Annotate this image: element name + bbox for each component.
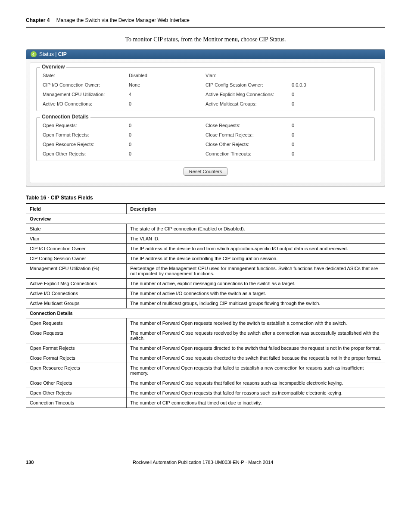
description-cell: The number of Forward Open requests that…: [127, 388, 385, 398]
close-other-value: 0: [292, 142, 294, 147]
open-other-label: Open Other Rejects:: [43, 151, 129, 156]
open-fmt-value: 0: [129, 132, 131, 137]
table-title: Table 16 - CIP Status Fields: [26, 195, 385, 201]
panel-body: Overview State:Disabled Vlan: CIP I/O Co…: [30, 62, 381, 183]
chapter-title: Manage the Switch via the Device Manager…: [56, 17, 190, 23]
breadcrumb-status[interactable]: Status: [39, 51, 54, 57]
open-req-label: Open Requests:: [43, 123, 129, 128]
active-explicit-value: 0: [292, 92, 294, 97]
table-row: Open Format RejectsThe number of Forward…: [26, 343, 385, 353]
table-row: CIP I/O Connection OwnerThe IP address o…: [26, 244, 385, 254]
description-cell: The IP address of the device to and from…: [127, 244, 385, 254]
description-cell: The number of Forward Open requests that…: [127, 363, 385, 378]
field-cell: Active Explicit Msg Connections: [26, 279, 127, 289]
description-cell: Percentage of the Management CPU used fo…: [127, 264, 385, 279]
field-cell: Open Resource Rejects: [26, 363, 127, 378]
table-row: Connection TimeoutsThe number of CIP con…: [26, 398, 385, 408]
description-cell: The number of Forward Close requests rec…: [127, 328, 385, 343]
table-row: Open Other RejectsThe number of Forward …: [26, 388, 385, 398]
active-io-label: Active I/O Connections:: [43, 101, 129, 106]
table-row: StateThe state of the CIP connection (En…: [26, 224, 385, 234]
field-cell: Open Requests: [26, 318, 127, 328]
cip-status-fields-table: Field Description OverviewStateThe state…: [26, 203, 385, 408]
state-label: State:: [43, 73, 129, 78]
open-fmt-label: Open Format Rejects:: [43, 132, 129, 137]
field-cell: Active I/O Connections: [26, 289, 127, 299]
description-cell: The number of Forward Close requests dir…: [127, 353, 385, 363]
back-icon[interactable]: [31, 51, 37, 57]
conn-timeout-label: Connection Timeouts:: [206, 151, 292, 156]
field-cell: Vlan: [26, 234, 127, 244]
overview-legend: Overview: [40, 64, 66, 70]
field-cell: CIP Config Session Owner: [26, 254, 127, 264]
cip-io-owner-label: CIP I/O Connection Owner:: [43, 82, 129, 87]
breadcrumb-separator: |: [54, 51, 58, 57]
table-row: Close RequestsThe number of Forward Clos…: [26, 328, 385, 343]
description-cell: The number of CIP connections that timed…: [127, 398, 385, 408]
description-cell: The VLAN ID.: [127, 234, 385, 244]
table-row: CIP Config Session OwnerThe IP address o…: [26, 254, 385, 264]
vlan-label: Vlan:: [206, 73, 292, 78]
active-multicast-value: 0: [292, 101, 294, 106]
description-cell: The number of active, explicit messaging…: [127, 279, 385, 289]
table-section-row: Overview: [26, 214, 385, 224]
close-fmt-value: 0: [292, 132, 294, 137]
table-row: Open Resource RejectsThe number of Forwa…: [26, 363, 385, 378]
active-explicit-label: Active Explicit Msg Connections:: [206, 92, 292, 97]
table-row: Active Explicit Msg ConnectionsThe numbe…: [26, 279, 385, 289]
cip-io-owner-value: None: [129, 82, 140, 87]
page-number: 130: [26, 460, 34, 465]
intro-text: To monitor CIP status, from the Monitor …: [26, 36, 385, 43]
description-cell: The IP address of the device controlling…: [127, 254, 385, 264]
field-cell: Close Other Rejects: [26, 378, 127, 388]
page-footer: 130 Rockwell Automation Publication 1783…: [26, 460, 385, 465]
close-req-value: 0: [292, 123, 294, 128]
open-req-value: 0: [129, 123, 131, 128]
active-multicast-label: Active Multicast Groups:: [206, 101, 292, 106]
cip-status-panel: Status | CIP Overview State:Disabled Vla…: [26, 49, 385, 187]
table-row: Close Other RejectsThe number of Forward…: [26, 378, 385, 388]
description-cell: The number of multicast groups, includin…: [127, 299, 385, 308]
open-res-value: 0: [129, 142, 131, 147]
cpu-util-label: Management CPU Utilization:: [43, 92, 129, 97]
description-cell: The state of the CIP connection (Enabled…: [127, 224, 385, 234]
table-row: Close Format RejectsThe number of Forwar…: [26, 353, 385, 363]
open-other-value: 0: [129, 151, 131, 156]
breadcrumb-cip: CIP: [58, 51, 67, 57]
table-row: Open RequestsThe number of Forward Open …: [26, 318, 385, 328]
field-cell: Active Multicast Groups: [26, 299, 127, 308]
field-cell: State: [26, 224, 127, 234]
col-field: Field: [26, 204, 127, 214]
field-cell: Connection Timeouts: [26, 398, 127, 408]
field-cell: Open Other Rejects: [26, 388, 127, 398]
description-cell: The number of active I/O connections wit…: [127, 289, 385, 299]
field-cell: Open Format Rejects: [26, 343, 127, 353]
description-cell: The number of Forward Open requests rece…: [127, 318, 385, 328]
page-header: Chapter 4 Manage the Switch via the Devi…: [26, 17, 385, 28]
details-fieldset: Connection Details Open Requests:0 Close…: [36, 117, 375, 161]
overview-fieldset: Overview State:Disabled Vlan: CIP I/O Co…: [36, 67, 375, 111]
close-other-label: Close Other Rejects:: [206, 142, 292, 147]
col-description: Description: [127, 204, 385, 214]
table-section-row: Connection Details: [26, 308, 385, 318]
publication-info: Rockwell Automation Publication 1783-UM0…: [133, 460, 273, 465]
details-legend: Connection Details: [40, 114, 90, 120]
table-row: Active Multicast GroupsThe number of mul…: [26, 299, 385, 308]
description-cell: The number of Forward Open requests dire…: [127, 343, 385, 353]
open-res-label: Open Resource Rejects:: [43, 142, 129, 147]
cip-cfg-owner-label: CIP Config Session Owner:: [206, 82, 292, 87]
close-req-label: Close Requests:: [206, 123, 292, 128]
cpu-util-value: 4: [129, 92, 131, 97]
field-cell: Management CPU Utilization (%): [26, 264, 127, 279]
field-cell: CIP I/O Connection Owner: [26, 244, 127, 254]
field-cell: Close Requests: [26, 328, 127, 343]
field-cell: Close Format Rejects: [26, 353, 127, 363]
reset-counters-button[interactable]: Reset Counters: [184, 167, 227, 176]
table-row: Management CPU Utilization (%)Percentage…: [26, 264, 385, 279]
conn-timeout-value: 0: [292, 151, 294, 156]
close-fmt-label: Close Format Rejects::: [206, 132, 292, 137]
state-value: Disabled: [129, 73, 147, 78]
active-io-value: 0: [129, 101, 131, 106]
table-row: Active I/O ConnectionsThe number of acti…: [26, 289, 385, 299]
table-row: VlanThe VLAN ID.: [26, 234, 385, 244]
